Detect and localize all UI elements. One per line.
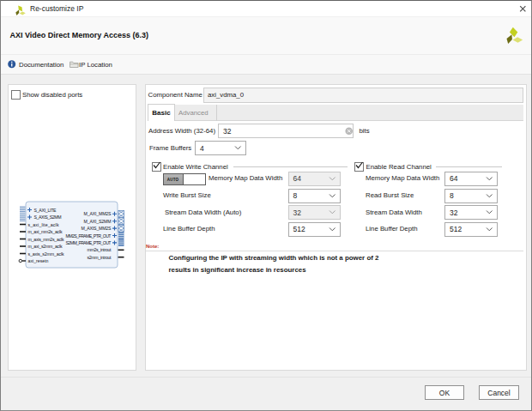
svg-text:M_AXI_MM2S: M_AXI_MM2S: [84, 211, 112, 216]
svg-text:S2MM_FRAME_PTR_OUT: S2MM_FRAME_PTR_OUT: [66, 240, 112, 245]
svg-text:s_axi_lite_aclk: s_axi_lite_aclk: [28, 222, 59, 227]
svg-text:m_axi_s2mm_aclk: m_axi_s2mm_aclk: [28, 244, 63, 249]
svg-text:m_axi_mm2s_aclk: m_axi_mm2s_aclk: [28, 229, 63, 234]
svg-text:m_axis_mm2s_aclk: m_axis_mm2s_aclk: [28, 237, 64, 242]
svg-text:S_AXI_LITE: S_AXI_LITE: [34, 208, 57, 213]
svg-text:M_AXI_S2MM: M_AXI_S2MM: [84, 219, 112, 224]
svg-text:M_AXIS_MM2S: M_AXIS_MM2S: [82, 226, 112, 231]
svg-text:MM2S_FRAME_PTR_OUT: MM2S_FRAME_PTR_OUT: [66, 233, 112, 239]
svg-text:mm2s_introut: mm2s_introut: [88, 247, 112, 252]
svg-text:s2mm_introut: s2mm_introut: [88, 255, 112, 260]
svg-text:S_AXIS_S2MM: S_AXIS_S2MM: [34, 215, 62, 220]
svg-text:s_axis_s2mm_aclk: s_axis_s2mm_aclk: [28, 251, 64, 257]
svg-text:axi_resetn: axi_resetn: [28, 258, 49, 263]
